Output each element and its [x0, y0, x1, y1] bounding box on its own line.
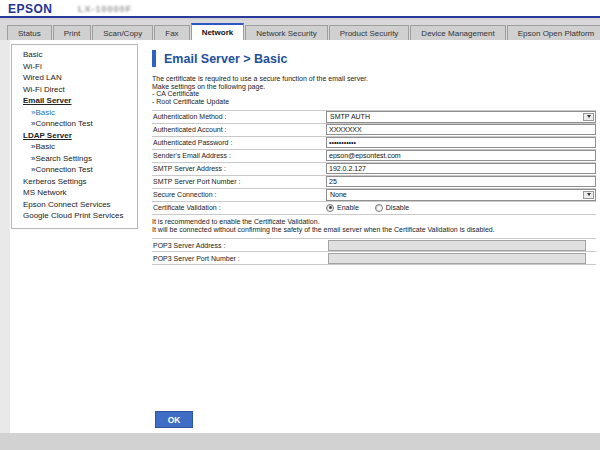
certificate-validation-radio-group: Enable Disable — [326, 204, 425, 212]
tab-status[interactable]: Status — [7, 25, 52, 40]
pop3-server-port-input — [328, 253, 586, 264]
radio-enable[interactable] — [326, 204, 334, 212]
sidebar-item-ms-network[interactable]: MS Network — [12, 187, 137, 199]
dropdown-arrow-icon[interactable] — [583, 113, 594, 121]
smtp-server-address-row: SMTP Server Address : — [152, 162, 596, 175]
senders-email-row: Sender's Email Address : — [152, 149, 596, 162]
field-label: Authenticated Account : — [152, 126, 326, 133]
title-accent-bar — [152, 50, 156, 67]
secure-connection-row: Secure Connection : None — [152, 188, 596, 201]
auth-method-row: Authentication Method : SMTP AUTH — [152, 110, 596, 123]
tab-device-management[interactable]: Device Management — [410, 25, 505, 40]
field-label: SMTP Server Port Number : — [152, 178, 326, 185]
tab-product-security[interactable]: Product Security — [329, 25, 410, 40]
sidebar-item-email-basic[interactable]: »Basic — [12, 107, 137, 119]
pop3-server-address-input — [328, 240, 586, 251]
authenticated-account-row: Authenticated Account : — [152, 123, 596, 136]
sidebar-item-basic[interactable]: Basic — [12, 49, 137, 61]
field-label: POP3 Server Port Number : — [152, 255, 326, 262]
senders-email-input[interactable] — [326, 150, 596, 161]
network-sidebar: Basic Wi-Fi Wired LAN Wi-Fi Direct Email… — [11, 44, 138, 229]
certificate-validation-row: Certificate Validation : Enable Disable — [152, 201, 596, 214]
radio-disable[interactable] — [375, 204, 383, 212]
smtp-server-address-input[interactable] — [326, 163, 596, 174]
field-label: Sender's Email Address : — [152, 152, 326, 159]
pop3-settings-table: POP3 Server Address : POP3 Server Port N… — [152, 238, 596, 265]
sidebar-item-epson-connect-services[interactable]: Epson Connect Services — [12, 199, 137, 211]
description-line: - CA Certificate — [152, 90, 596, 98]
note-line: It will be connected without confirming … — [152, 226, 596, 234]
page-left-margin — [0, 40, 10, 433]
sidebar-item-ldap-connection-test[interactable]: »Connection Test — [12, 164, 137, 176]
main-tabbar: Status Print Scan/Copy Fax Network Netwo… — [0, 20, 600, 40]
auth-method-select[interactable]: SMTP AUTH — [326, 111, 596, 123]
sidebar-group-ldap-server[interactable]: LDAP Server — [12, 130, 137, 142]
sidebar-item-google-cloud-print-services[interactable]: Google Cloud Print Services — [12, 210, 137, 222]
tab-epson-open-platform[interactable]: Epson Open Platform — [507, 25, 600, 40]
sidebar-item-email-connection-test[interactable]: »Connection Test — [12, 118, 137, 130]
field-label: Certificate Validation : — [152, 204, 326, 211]
certificate-validation-note: It is recommended to enable the Certific… — [152, 215, 596, 238]
authenticated-password-row: Authenticated Password : — [152, 136, 596, 149]
pop3-server-address-row: POP3 Server Address : — [152, 238, 596, 251]
field-label: POP3 Server Address : — [152, 242, 326, 249]
page-content: Basic Wi-Fi Wired LAN Wi-Fi Direct Email… — [10, 40, 600, 433]
field-label: Secure Connection : — [152, 191, 326, 198]
description-line: - Root Certificate Update — [152, 98, 596, 106]
sidebar-item-ldap-search-settings[interactable]: »Search Settings — [12, 153, 137, 165]
authenticated-account-input[interactable] — [326, 124, 596, 135]
sidebar-item-ldap-basic[interactable]: »Basic — [12, 141, 137, 153]
page-description: The certificate is required to use a sec… — [152, 75, 596, 106]
field-label: SMTP Server Address : — [152, 165, 326, 172]
tab-fax[interactable]: Fax — [154, 25, 189, 40]
auth-method-value: SMTP AUTH — [330, 113, 370, 120]
field-label: Authentication Method : — [152, 113, 326, 120]
tab-print[interactable]: Print — [53, 25, 91, 40]
smtp-server-port-input[interactable] — [326, 176, 596, 187]
pop3-server-port-row: POP3 Server Port Number : — [152, 251, 596, 264]
page-title: Email Server > Basic — [164, 52, 287, 66]
main-panel: Email Server > Basic The certificate is … — [152, 50, 596, 265]
secure-connection-value: None — [330, 191, 347, 198]
smtp-server-port-row: SMTP Server Port Number : — [152, 175, 596, 188]
tab-network[interactable]: Network — [191, 23, 245, 40]
email-server-form: Authentication Method : SMTP AUTH Authen… — [152, 110, 596, 265]
smtp-settings-table: Authentication Method : SMTP AUTH Authen… — [152, 110, 596, 215]
app-header: EPSON LX-10000F — [0, 0, 600, 18]
description-line: The certificate is required to use a sec… — [152, 75, 596, 83]
radio-disable-label: Disable — [386, 204, 409, 211]
secure-connection-select[interactable]: None — [326, 189, 596, 201]
tab-scan-copy[interactable]: Scan/Copy — [92, 25, 153, 40]
model-name-redacted: LX-10000F — [78, 4, 132, 14]
description-line: Make settings on the following page. — [152, 83, 596, 91]
field-label: Authenticated Password : — [152, 139, 326, 146]
dropdown-arrow-icon[interactable] — [583, 191, 594, 199]
sidebar-item-wired-lan[interactable]: Wired LAN — [12, 72, 137, 84]
sidebar-item-kerberos-settings[interactable]: Kerberos Settings — [12, 176, 137, 188]
radio-enable-label: Enable — [337, 204, 359, 211]
sidebar-item-wifi-direct[interactable]: Wi-Fi Direct — [12, 84, 137, 96]
note-line: It is recommended to enable the Certific… — [152, 218, 596, 226]
sidebar-item-wifi[interactable]: Wi-Fi — [12, 61, 137, 73]
tab-network-security[interactable]: Network Security — [245, 25, 327, 40]
ok-button[interactable]: OK — [155, 411, 193, 428]
epson-logo: EPSON — [8, 2, 53, 16]
authenticated-password-input[interactable] — [326, 137, 596, 148]
sidebar-group-email-server[interactable]: Email Server — [12, 95, 137, 107]
